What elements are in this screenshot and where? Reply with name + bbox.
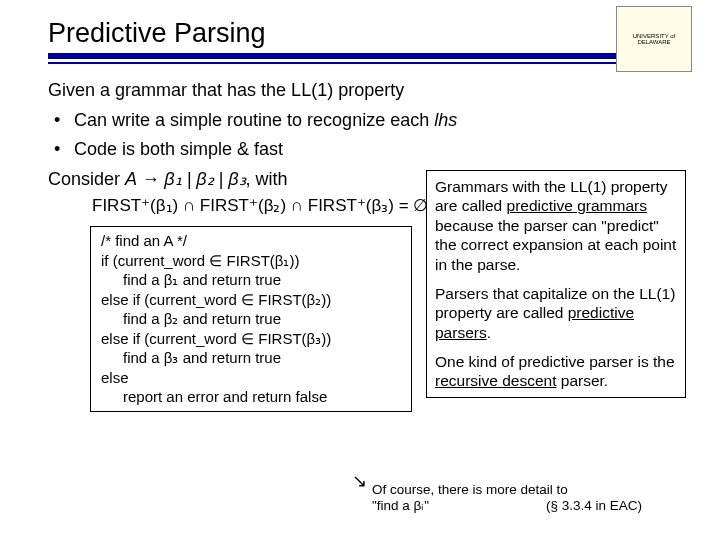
code-find1: find a β₁ and return true bbox=[101, 270, 401, 290]
university-logo: UNIVERSITY of DELAWARE bbox=[616, 6, 692, 72]
code-elif2: else if (current_word ∈ FIRST(β₂)) bbox=[101, 290, 401, 310]
footnote: Of course, there is more detail to "find… bbox=[372, 482, 642, 513]
code-else: else bbox=[101, 368, 401, 388]
title-underline bbox=[48, 53, 672, 64]
bullet-2: Code is both simple & fast bbox=[48, 137, 672, 161]
arrow-icon: ↘ bbox=[352, 470, 367, 492]
intro-line: Given a grammar that has the LL(1) prope… bbox=[48, 78, 672, 102]
logo-text: UNIVERSITY of DELAWARE bbox=[617, 33, 691, 45]
code-comment: /* find an A */ bbox=[101, 231, 401, 251]
slide-title: Predictive Parsing bbox=[48, 18, 672, 49]
side-para-2: Parsers that capitalize on the LL(1) pro… bbox=[435, 284, 677, 342]
bullet-list: Can write a simple routine to recognize … bbox=[48, 108, 672, 161]
side-para-1: Grammars with the LL(1) property are cal… bbox=[435, 177, 677, 274]
code-error: report an error and return false bbox=[101, 387, 401, 407]
code-find2: find a β₂ and return true bbox=[101, 309, 401, 329]
footnote-line2: "find a βᵢ" (§ 3.3.4 in EAC) bbox=[372, 498, 642, 514]
side-para-3: One kind of predictive parser is the rec… bbox=[435, 352, 677, 391]
footnote-line1: Of course, there is more detail to bbox=[372, 482, 642, 498]
bullet-1: Can write a simple routine to recognize … bbox=[48, 108, 672, 132]
code-find3: find a β₃ and return true bbox=[101, 348, 401, 368]
sidebar-box: Grammars with the LL(1) property are cal… bbox=[426, 170, 686, 398]
code-if1: if (current_word ∈ FIRST(β₁)) bbox=[101, 251, 401, 271]
pseudocode-box: /* find an A */ if (current_word ∈ FIRST… bbox=[90, 226, 412, 412]
code-elif3: else if (current_word ∈ FIRST(β₃)) bbox=[101, 329, 401, 349]
